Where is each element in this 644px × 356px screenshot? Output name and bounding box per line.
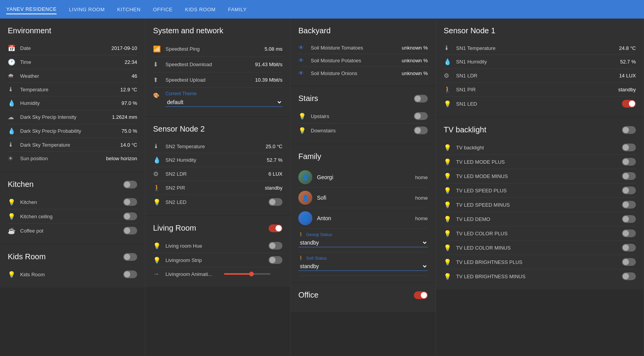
weather-icon: 🌧 — [8, 72, 20, 79]
tv-led-mode-minus-icon: 💡 — [444, 173, 456, 180]
download-row: ⬇ Speedtest Download 91.43 Mbit/s — [153, 57, 282, 72]
tv-led-demo-row: 💡 TV LED DEMO — [444, 212, 636, 226]
sn1-pir-label: SN1 PIR — [456, 87, 618, 92]
date-label: Date — [20, 45, 112, 51]
stairs-toggle[interactable] — [414, 95, 428, 103]
tv-led-mode-plus-toggle[interactable] — [622, 158, 636, 166]
sn1-pir-value: standby — [618, 87, 636, 92]
tv-led-mode-minus-row: 💡 TV LED MODE MINUS — [444, 169, 636, 183]
tv-led-color-plus-toggle[interactable] — [622, 229, 636, 237]
coffee-icon: ☕ — [8, 227, 20, 234]
tv-led-color-minus-icon: 💡 — [444, 244, 456, 252]
tv-led-speed-minus-toggle[interactable] — [622, 201, 636, 209]
nav-kids-room[interactable]: KIDS ROOM — [185, 5, 216, 14]
sofi-member: 👤 Sofi home — [298, 188, 428, 208]
living-room-header: Living Room — [153, 224, 282, 233]
tv-led-color-minus-toggle[interactable] — [622, 244, 636, 252]
tv-led-speed-plus-toggle[interactable] — [622, 187, 636, 194]
sn2-humidity-label: SN2 Humidity — [165, 157, 267, 163]
upload-row: ⬆ Speedtest Upload 10.39 Mbit/s — [153, 72, 282, 88]
sn1-led-row: 💡 SN1 LED — [444, 97, 636, 111]
nav-office[interactable]: OFFICE — [153, 5, 173, 14]
backyard-title: Backyard — [298, 26, 428, 35]
tv-led-brightness-plus-toggle[interactable] — [622, 258, 636, 266]
eye-icon-potatoes: 👁 — [298, 57, 311, 63]
time-row: 🕐 Time 22:34 — [8, 55, 137, 69]
georgi-status-select[interactable]: standby home away — [298, 238, 428, 247]
sensor-node2-section: Sensor Node 2 🌡 SN2 Temperature 25.0 °C … — [145, 117, 290, 215]
hue-toggle[interactable] — [269, 242, 282, 250]
tv-led-color-minus-row: 💡 TV LED COLOR MINUS — [444, 241, 636, 255]
sensor-node1-title: Sensor Node 1 — [444, 26, 636, 35]
tv-led-speed-plus-row: 💡 TV LED SPEED PLUS — [444, 183, 636, 198]
hue-label: Living room Hue — [165, 243, 269, 249]
tv-led-demo-icon: 💡 — [444, 216, 456, 223]
sn1-pir-row: 🚶 SN1 PIR standby — [444, 83, 636, 97]
upstairs-label: Upstairs — [311, 113, 414, 119]
precip-intensity-icon: ☁ — [8, 113, 20, 121]
nav-kitchen[interactable]: KITCHEN — [117, 5, 141, 14]
theme-select[interactable]: default dark light — [165, 98, 282, 107]
tv-led-speed-minus-icon: 💡 — [444, 201, 456, 209]
sn1-ldr-icon: ⚙ — [444, 72, 456, 79]
tv-led-brightness-minus-toggle[interactable] — [622, 272, 636, 280]
tv-led-color-plus-icon: 💡 — [444, 230, 456, 237]
sofi-status-select[interactable]: standby home away — [298, 262, 428, 271]
strip-toggle[interactable] — [269, 256, 282, 264]
nav-yanev-residence[interactable]: YANEV RESIDENCE — [6, 5, 57, 14]
office-toggle[interactable] — [414, 291, 428, 299]
kitchen-toggle[interactable] — [123, 181, 137, 188]
precip-intensity-row: ☁ Dark Sky Precip Intensity 1.2624 mm — [8, 110, 137, 124]
kids-room-light-toggle[interactable] — [123, 270, 137, 278]
humidity-icon: 💧 — [8, 99, 20, 107]
dark-sky-temp-icon: 🌡 — [8, 141, 20, 148]
weather-value: 46 — [132, 73, 137, 79]
kitchen-ceiling-label: Kitchen ceiling — [20, 214, 123, 219]
kitchen-section: Kitchen 💡 Kitchen 💡 Kitchen ceiling ☕ Co… — [0, 172, 145, 244]
tv-led-brightness-plus-label: TV LED BRIGHTNESS PLUS — [456, 259, 622, 265]
upstairs-toggle[interactable] — [414, 112, 428, 120]
tv-led-demo-toggle[interactable] — [622, 215, 636, 223]
family-section: Family 👤 Georgi home 👤 Sofi home 👤 Anton… — [291, 144, 436, 282]
animation-slider[interactable] — [224, 273, 270, 275]
upload-icon: ⬆ — [153, 76, 165, 84]
clock-icon: 🕐 — [8, 58, 20, 66]
office-header: Office — [298, 291, 428, 300]
strip-label: Livingroom Strip — [165, 257, 269, 263]
sn1-temp-icon: 🌡 — [444, 44, 456, 51]
sn2-pir-label: SN2 PIR — [165, 185, 265, 191]
sofi-status-label: 🚶 Sofi Status — [298, 255, 428, 260]
nav-living-room[interactable]: LIVING ROOM — [69, 5, 105, 14]
kitchen-ceiling-toggle[interactable] — [123, 212, 137, 220]
sn1-ldr-label: SN1 LDR — [456, 73, 619, 79]
kitchen-ceiling-icon: 💡 — [8, 213, 20, 220]
stairs-title: Stairs — [298, 94, 414, 103]
georgi-status-icon: 🚶 — [298, 232, 304, 237]
temperature-value: 12.9 °C — [120, 87, 137, 92]
kitchen-light-toggle[interactable] — [123, 198, 137, 206]
sn2-temp-label: SN2 Temperature — [165, 144, 265, 149]
sun-position-label: Sun position — [20, 156, 106, 161]
backyard-section: Backyard 👁 Soil Moisture Tomatoes unknow… — [291, 19, 436, 86]
system-network-title: System and network — [153, 26, 282, 35]
coffee-pot-toggle[interactable] — [123, 227, 137, 234]
upload-label: Speedtest Upload — [165, 77, 255, 83]
humidity-value: 97.0 % — [122, 100, 137, 106]
theme-content: Current Theme default dark light — [165, 91, 282, 107]
time-value: 22:34 — [124, 59, 137, 65]
downstairs-toggle[interactable] — [414, 127, 428, 134]
kids-room-toggle[interactable] — [123, 253, 137, 261]
sn1-led-toggle[interactable] — [622, 100, 636, 108]
tomatoes-value: unknown % — [402, 45, 428, 51]
column-2: System and network 📶 Speedtest Ping 5.08… — [145, 19, 291, 356]
nav-family[interactable]: FAMILY — [228, 5, 246, 14]
downstairs-row: 💡 Downstairs — [298, 123, 428, 137]
tv-backlight-main-toggle[interactable] — [622, 126, 636, 134]
precip-intensity-label: Dark Sky Precip Intensity — [20, 114, 112, 120]
living-room-toggle[interactable] — [269, 224, 282, 232]
potatoes-label: Soil Moisture Potatoes — [311, 58, 402, 63]
tv-led-mode-minus-toggle[interactable] — [622, 172, 636, 180]
tv-backlight-toggle[interactable] — [622, 144, 636, 151]
tv-led-brightness-plus-icon: 💡 — [444, 258, 456, 266]
sn2-led-toggle[interactable] — [269, 198, 282, 206]
